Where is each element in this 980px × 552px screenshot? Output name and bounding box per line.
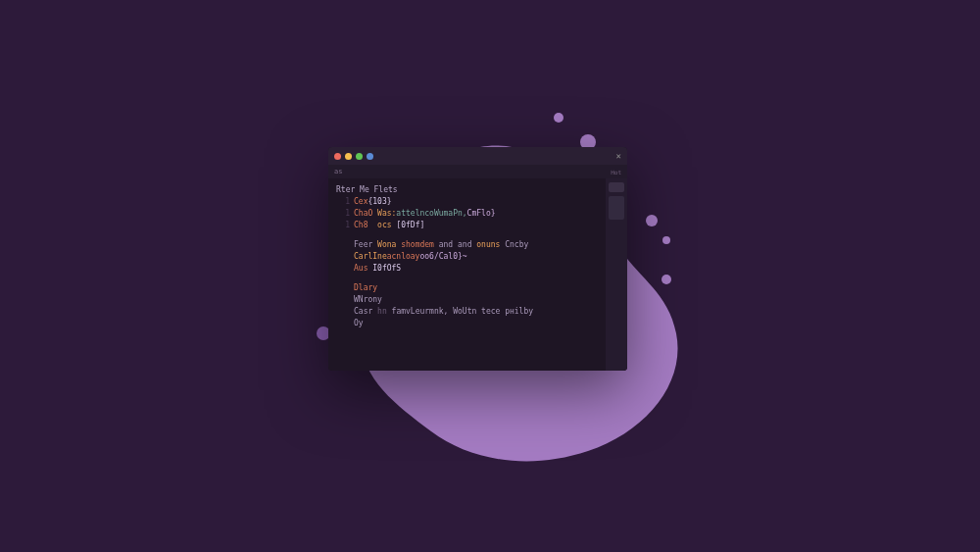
editor-body: Rter Me Flets 1Cex{103} 1ChaO Was:atteln… [328, 178, 627, 371]
tab-indicator: Hot [611, 169, 621, 176]
gutter-num [336, 306, 350, 318]
extra-window-button[interactable] [367, 153, 373, 160]
code-token: CarlIne [354, 251, 387, 263]
code-token: {103} [368, 196, 391, 208]
code-heading: Rter Me Flets [336, 184, 398, 196]
minimap-block [609, 182, 624, 192]
minimap-block [609, 196, 624, 220]
code-token: onuns [476, 239, 500, 251]
code-token: CmFlo} [467, 208, 496, 220]
code-token: acnloay [387, 251, 420, 263]
gutter-num [336, 263, 350, 275]
svg-point-4 [662, 275, 671, 284]
code-token: Aus [354, 263, 368, 275]
code-token: Cex [354, 196, 368, 208]
code-text-area[interactable]: Rter Me Flets 1Cex{103} 1ChaO Was:atteln… [328, 178, 606, 371]
svg-point-2 [646, 215, 658, 226]
window-controls [334, 153, 373, 160]
svg-point-7 [554, 113, 564, 123]
code-token: Cncby [505, 239, 528, 251]
minimize-window-button[interactable] [345, 153, 352, 160]
code-token: Dlary [354, 282, 377, 294]
code-token: famvLeurmnk, WoUtn tece pнilby [392, 306, 534, 318]
gutter-num: 1 [336, 208, 350, 220]
gutter-num [336, 318, 350, 329]
tab-label[interactable]: as [334, 168, 342, 176]
code-token: oo6/Cal0}~ [419, 251, 466, 263]
tab-bar: as Hot [328, 165, 627, 178]
code-token: Wona [377, 239, 396, 251]
close-window-button[interactable] [334, 153, 341, 160]
code-token: attelncoWumaPn, [396, 208, 466, 220]
code-token: [0fDf] [396, 220, 424, 231]
close-icon[interactable]: ✕ [616, 151, 621, 161]
gutter-num [336, 294, 350, 306]
svg-point-3 [662, 236, 670, 244]
code-token: Was: [377, 208, 396, 220]
gutter-num: 1 [336, 196, 350, 208]
code-editor-window: ✕ as Hot Rter Me Flets 1Cex{103} 1ChaO W… [328, 147, 627, 371]
gutter-num [336, 282, 350, 294]
code-token: ocs [377, 220, 391, 231]
minimap-scrollbar[interactable] [606, 178, 627, 371]
code-token: hn [377, 306, 387, 318]
code-token: Casr [354, 306, 372, 318]
code-token: shomdem [401, 239, 434, 251]
window-titlebar[interactable]: ✕ [328, 147, 627, 165]
code-token: Feer [354, 239, 372, 251]
gutter-num: 1 [336, 220, 350, 231]
code-token: Oy [354, 318, 364, 329]
code-token: I0fOfS [372, 263, 401, 275]
code-token: Ch8 [354, 220, 368, 231]
gutter-num [336, 239, 350, 251]
maximize-window-button[interactable] [356, 153, 363, 160]
code-token: WNrony [354, 294, 382, 306]
code-token: ChaO [354, 208, 372, 220]
code-token: and and [439, 239, 472, 251]
gutter-num [336, 251, 350, 263]
